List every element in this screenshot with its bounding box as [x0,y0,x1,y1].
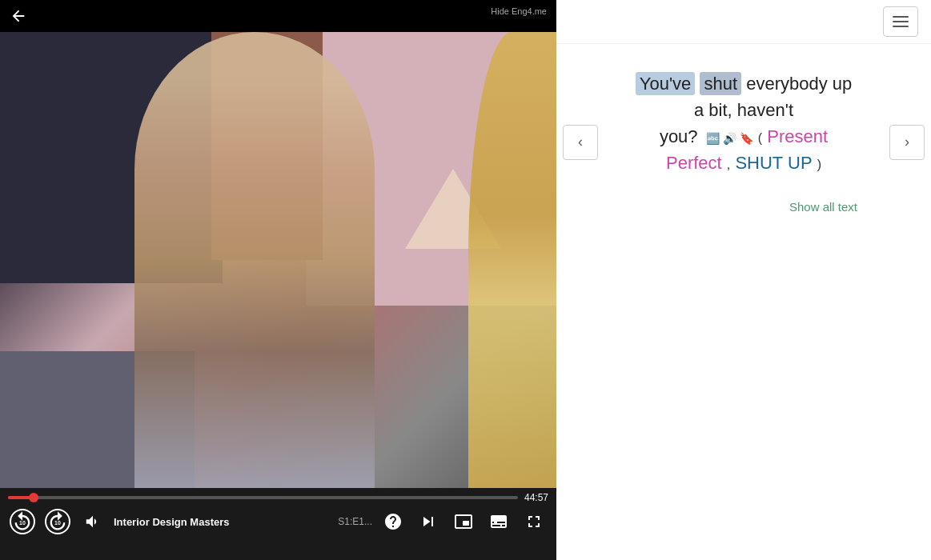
show-title: Interior Design Masters [114,516,331,528]
subtitle-word-youve: You've [636,72,696,95]
show-all-text-button[interactable]: Show all text [789,200,857,214]
subtitle-area: You've shut everybody up a bit, haven't … [598,54,889,230]
blonde-silhouette [468,32,556,488]
hamburger-line-3 [893,26,909,27]
pip-button[interactable] [449,507,478,536]
hamburger-line-2 [893,21,909,22]
bookmark-icon[interactable]: 🔖 [740,130,753,147]
skip-forward-label: 10 [54,520,61,526]
subtitle-text: You've shut everybody up a bit, haven't … [630,70,857,176]
progress-thumb [29,493,38,502]
prev-icon: ‹ [578,134,583,150]
next-icon: › [905,134,909,150]
fullscreen-button[interactable] [520,507,548,536]
video-panel: Hide Eng4.me 44:57 [0,0,556,560]
progress-bar-container: 44:57 [8,493,548,502]
person-silhouette [134,32,375,488]
skip-forward-button[interactable]: 10 [43,507,72,536]
progress-track[interactable] [8,496,518,499]
subtitle-you: you? [660,126,698,146]
back-button[interactable] [10,7,27,25]
next-episode-button[interactable] [414,507,443,536]
comma: , [727,158,730,171]
hamburger-button[interactable] [883,6,918,37]
video-background [0,32,556,488]
volume-button[interactable] [78,507,107,536]
audio-icon[interactable]: 🔊 [723,130,736,147]
next-subtitle-button[interactable]: › [889,125,925,160]
skip-back-label: 10 [19,520,26,526]
prev-subtitle-button[interactable]: ‹ [563,125,598,160]
abc-icon[interactable]: 🔤 [706,130,720,147]
subtitle-nav-area: ‹ You've shut everybody up a bit, haven'… [556,44,931,240]
subtitle-icons: 🔤 🔊 🔖 [706,130,753,147]
hide-eng-label: Hide Eng4.me [491,6,547,16]
video-frame [0,32,556,488]
right-top-bar [556,0,931,44]
skip-back-circle: 10 [10,509,35,534]
subtitle-word-shut: shut [700,72,741,95]
video-top-bar: Hide Eng4.me [0,0,556,32]
time-display: 44:57 [524,492,548,503]
vocab-link[interactable]: SHUT UP [735,153,812,173]
right-panel: ‹ You've shut everybody up a bit, haven'… [556,0,931,560]
show-subtitle: S1:E1... [338,516,372,527]
paren-open: ( [758,131,762,145]
hamburger-line-1 [893,16,909,18]
video-controls: 44:57 10 10 [0,488,556,560]
paren-close: ) [817,158,821,171]
help-button[interactable] [379,507,407,536]
subtitles-button[interactable] [484,507,513,536]
controls-row: 10 10 Interior Design Masters [8,507,548,536]
skip-forward-circle: 10 [45,509,70,534]
skip-back-button[interactable]: 10 [8,507,37,536]
